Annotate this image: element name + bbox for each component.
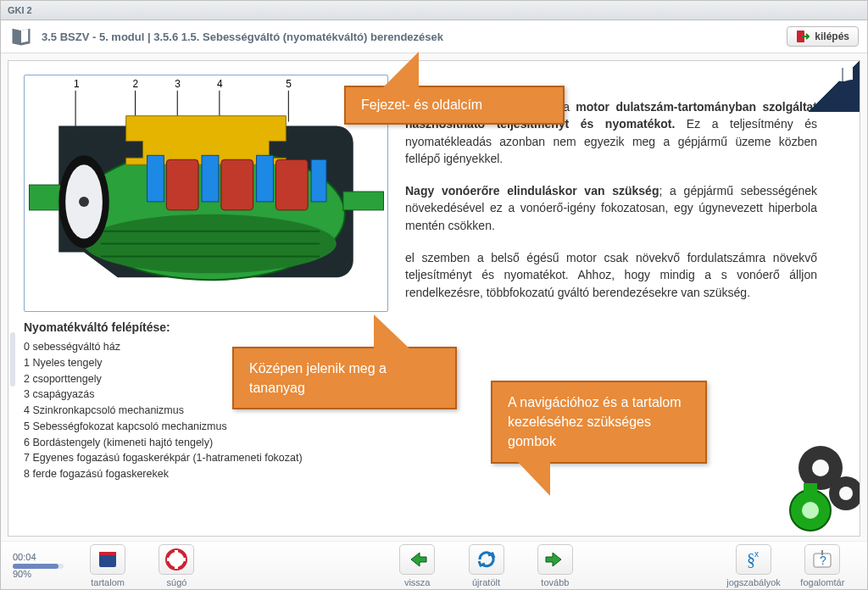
legend-item: 6 Bordástengely (kimeneti hajtó tengely): [24, 435, 388, 451]
paragraph-icon: §x: [736, 544, 771, 575]
fig-top-label: 1: [74, 78, 80, 90]
arrow-right-icon: [537, 544, 573, 575]
help-button[interactable]: súgó: [144, 544, 209, 587]
svg-point-26: [79, 197, 89, 207]
svg-point-30: [839, 487, 853, 500]
svg-rect-43: [821, 550, 823, 555]
exit-button[interactable]: kilépés: [787, 26, 859, 47]
legend-item: 5 Sebességfokozat kapcsoló mechanizmus: [24, 419, 388, 435]
svg-point-28: [812, 459, 829, 476]
book-icon: [9, 26, 33, 47]
svg-text:5: 5: [286, 78, 292, 90]
breadcrumb-bar: 3.5 BSZV - 5. modul | 3.5.6 1.5. Sebessé…: [1, 20, 867, 53]
gear-decor-icon: [761, 442, 860, 537]
window-titlebar: GKI 2: [1, 1, 867, 20]
book-closed-icon: [90, 544, 125, 575]
arrow-left-icon: [399, 544, 435, 575]
scroll-indicator[interactable]: [10, 332, 15, 387]
open-book-icon[interactable]: [831, 64, 854, 87]
regulations-button[interactable]: §x jogszabályok: [721, 544, 786, 587]
svg-text:4: 4: [217, 78, 223, 90]
gearbox-figure: 1 2 3 4 5: [24, 75, 388, 312]
progress-block: 00:04 90%: [13, 552, 71, 579]
svg-rect-33: [804, 483, 817, 495]
svg-rect-16: [147, 155, 164, 202]
svg-rect-22: [275, 159, 308, 210]
callout-chapter-title: Fejezet- és oldalcím: [344, 86, 565, 125]
svg-point-32: [802, 502, 819, 519]
svg-rect-23: [343, 192, 384, 210]
exit-label: kilépés: [815, 31, 849, 42]
legend-item: 8 ferde fogazású fogaskerekek: [24, 466, 388, 482]
glossary-button[interactable]: ? fogalomtár: [790, 544, 855, 587]
callout-nav-buttons: A navigációhoz és a tartalom kezeléséhez…: [491, 381, 707, 464]
content-area: 1 2 3 4 5: [8, 60, 860, 537]
breadcrumb: 3.5 BSZV - 5. modul | 3.5.6 1.5. Sebessé…: [42, 31, 443, 43]
lifebuoy-icon: [159, 544, 194, 575]
progress-bar: [13, 564, 64, 569]
svg-rect-35: [99, 552, 116, 555]
callout-center-content: Középen jelenik meg a tananyag: [232, 347, 457, 409]
exit-icon: [796, 30, 810, 43]
svg-text:x: x: [754, 549, 759, 559]
svg-rect-21: [221, 159, 253, 210]
window-title: GKI 2: [8, 5, 32, 15]
back-button[interactable]: vissza: [384, 544, 449, 587]
next-button[interactable]: tovább: [522, 544, 587, 587]
svg-rect-17: [202, 155, 219, 202]
paragraph-3: el szemben a belső égésű motor csak növe…: [405, 249, 817, 301]
legend-item: 7 Egyenes fogazású fogaskerékpár (1-hatr…: [24, 450, 388, 466]
svg-rect-18: [257, 155, 274, 202]
toc-button[interactable]: tartalom: [75, 544, 140, 587]
svg-text:?: ?: [820, 554, 826, 567]
svg-text:3: 3: [175, 78, 181, 90]
svg-rect-20: [166, 159, 198, 210]
bottom-toolbar: 00:04 90% tartalom súgó vissza: [1, 541, 867, 589]
paragraph-2: Nagy vonóerőre elinduláskor van szükség;…: [405, 182, 817, 234]
figure-caption: Nyomatékváltó felépítése:: [24, 320, 388, 334]
svg-rect-19: [311, 159, 326, 202]
progress-bar-fill: [13, 564, 58, 569]
refresh-icon: [469, 544, 504, 575]
reload-button[interactable]: újratölt: [453, 544, 519, 587]
glossary-icon: ?: [804, 544, 840, 575]
svg-text:2: 2: [133, 78, 139, 90]
elapsed-time: 00:04: [13, 552, 71, 562]
progress-percent: 90%: [13, 569, 71, 579]
